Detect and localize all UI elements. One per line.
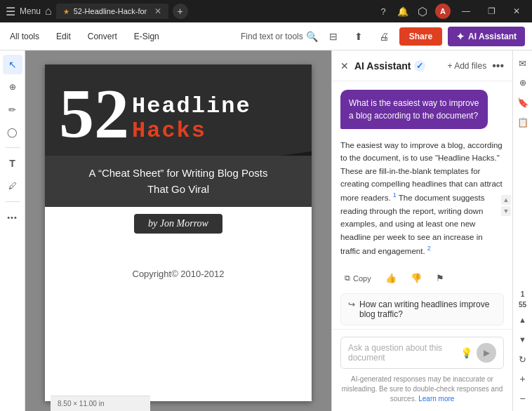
ai-star-icon: ✦: [456, 31, 465, 42]
doc-subtitle-line1: A “Cheat Sheet” for Writing Blog Posts: [59, 166, 298, 182]
tool-sidebar: ↖ ⊕ ✏ ◯ T 🖊 •••: [0, 50, 25, 411]
page-size-label: 8.50 × 11.00 in: [58, 400, 104, 407]
ai-close-button[interactable]: ✕: [340, 60, 349, 72]
right-search-icon[interactable]: ⊕: [514, 74, 531, 91]
ai-disclaimer: AI-generated responses may be inaccurate…: [340, 375, 504, 404]
search-icon: 🔍: [306, 31, 318, 42]
scroll-controls: ▲ ▼: [501, 195, 511, 216]
ai-chat-area: What is the easiest way to improve a blo…: [332, 81, 512, 329]
doc-headline-white: Headline: [132, 94, 251, 119]
search-label: Find text or tools: [241, 32, 303, 41]
ai-verified-icon: ✓: [414, 60, 425, 72]
main-toolbar: All tools Edit Convert E-Sign Find text …: [0, 22, 532, 50]
scroll-up-button[interactable]: ▲: [501, 195, 511, 205]
thumbup-button[interactable]: 👍: [381, 271, 401, 285]
restore-button[interactable]: ❐: [481, 1, 501, 21]
menu-label[interactable]: Menu: [20, 6, 41, 16]
ai-response-bubble: The easiest way to improve a blog, accor…: [340, 137, 504, 259]
copy-button[interactable]: ⧉ Copy: [340, 272, 375, 284]
zoom-out-icon[interactable]: −: [514, 390, 531, 407]
share-button[interactable]: Share: [399, 27, 442, 46]
ai-input-placeholder: Ask a question about this document: [348, 343, 460, 363]
zoom-tool[interactable]: ⊕: [3, 77, 22, 97]
ai-panel-title: AI Assistant ✓: [354, 60, 441, 72]
ai-response-text: The easiest way to improve a blog, accor…: [340, 141, 503, 255]
pen-tool[interactable]: 🖊: [3, 176, 22, 196]
flag-button[interactable]: ⚑: [432, 271, 448, 285]
learn-more-link[interactable]: Learn more: [418, 395, 454, 403]
view-icon-btn[interactable]: ⊟: [324, 27, 343, 46]
document-area: 52 Headline Hacks A “Cheat Sheet” for Wr…: [25, 50, 331, 411]
document-page: 52 Headline Hacks A “Cheat Sheet” for Wr…: [45, 65, 312, 401]
copy-icon: ⧉: [345, 274, 350, 283]
new-tab-button[interactable]: +: [173, 4, 188, 19]
send-button[interactable]: ▶: [477, 343, 496, 363]
refresh-icon[interactable]: ↻: [514, 351, 531, 368]
tab-label: 52-Headline-Hack-for-T...: [74, 7, 147, 15]
doc-subtitle-box: A “Cheat Sheet” for Writing Blog Posts T…: [45, 156, 312, 207]
doc-subtitle-line2: That Go Viral: [59, 182, 298, 198]
add-files-button[interactable]: + Add files: [447, 61, 486, 71]
esign-menu[interactable]: E-Sign: [131, 30, 162, 43]
main-area: ↖ ⊕ ✏ ◯ T 🖊 ••• 52 Headline Hacks: [0, 50, 532, 411]
home-icon[interactable]: ⌂: [45, 5, 52, 18]
ai-panel-header: ✕ AI Assistant ✓ + Add files •••: [332, 50, 512, 81]
hamburger-icon[interactable]: ☰: [6, 5, 15, 18]
right-compose-icon[interactable]: ✉: [514, 55, 531, 72]
right-mini-panel: ✉ ⊕ 🔖 📋 1 55 ▲ ▼ ↻ + −: [512, 50, 532, 411]
chat-actions: ⧉ Copy 👍 👎 ⚑: [340, 271, 504, 285]
select-tool[interactable]: ↖: [3, 55, 22, 74]
all-tools-menu[interactable]: All tools: [7, 30, 42, 43]
ai-input-box[interactable]: Ask a question about this document 💡 ▶: [340, 337, 504, 369]
more-tools[interactable]: •••: [3, 208, 22, 227]
tab-close-icon[interactable]: ✕: [154, 6, 161, 16]
title-bar: ☰ Menu ⌂ ★ 52-Headline-Hack-for-T... ✕ +…: [0, 0, 532, 22]
active-tab[interactable]: ★ 52-Headline-Hack-for-T... ✕: [56, 4, 168, 19]
copy-label: Copy: [353, 274, 371, 283]
tab-star-icon: ★: [63, 8, 69, 15]
scroll-up-right-button[interactable]: ▲: [514, 311, 531, 328]
user-message-bubble: What is the easiest way to improve a blo…: [340, 90, 488, 129]
account-icon[interactable]: A: [435, 4, 451, 19]
page-count-display: 55: [519, 301, 526, 309]
print-icon-btn[interactable]: 🖨: [374, 27, 394, 46]
ai-assistant-button[interactable]: ✦ AI Assistant: [448, 27, 525, 46]
thumbdown-button[interactable]: 👎: [406, 271, 426, 285]
close-button[interactable]: ✕: [507, 1, 526, 21]
right-clipboard-icon[interactable]: 📋: [514, 114, 531, 130]
user-message-text: What is the easiest way to improve a blo…: [349, 98, 479, 121]
doc-copyright: Copyright© 2010-2012: [133, 269, 225, 279]
convert-menu[interactable]: Convert: [85, 30, 120, 43]
text-tool[interactable]: T: [3, 154, 22, 173]
right-bookmark-icon[interactable]: 🔖: [514, 94, 531, 111]
status-bar: 8.50 × 11.00 in: [51, 396, 150, 411]
ai-input-area: Ask a question about this document 💡 ▶ A…: [332, 329, 512, 411]
edit-tool[interactable]: ✏: [3, 100, 22, 119]
lasso-tool[interactable]: ◯: [3, 122, 22, 142]
ai-title-label: AI Assistant: [354, 60, 411, 72]
doc-copyright-area: Copyright© 2010-2012: [45, 241, 312, 293]
ai-more-button[interactable]: •••: [492, 60, 504, 72]
doc-author-box: by Jon Morrow: [134, 214, 222, 234]
scroll-down-right-button[interactable]: ▼: [514, 331, 531, 348]
ai-button-label: AI Assistant: [468, 32, 517, 41]
minimize-button[interactable]: —: [456, 1, 476, 21]
doc-headline-red: Hacks: [132, 119, 206, 143]
upload-icon-btn[interactable]: ⬆: [349, 27, 368, 46]
page-number-display: 1: [521, 290, 525, 298]
bell-icon[interactable]: 🔔: [396, 4, 410, 18]
edit-menu[interactable]: Edit: [53, 30, 74, 43]
chat-suggestion[interactable]: ↪ How can writing headlines improve blog…: [340, 293, 504, 325]
suggestion-arrow-icon: ↪: [348, 299, 355, 309]
search-bar[interactable]: Find text or tools 🔍: [241, 31, 318, 42]
doc-author-row: by Jon Morrow: [45, 214, 312, 234]
suggestion-text: How can writing headlines improve blog t…: [359, 299, 496, 319]
bulb-icon[interactable]: 💡: [460, 347, 472, 358]
zoom-in-icon[interactable]: +: [514, 370, 531, 387]
apps-icon[interactable]: ⬡: [415, 4, 430, 18]
doc-number: 52: [59, 79, 129, 149]
help-icon[interactable]: ?: [376, 4, 390, 18]
doc-author: by Jon Morrow: [148, 218, 208, 229]
scroll-down-button[interactable]: ▼: [501, 206, 511, 216]
ai-assistant-panel: ✕ AI Assistant ✓ + Add files ••• What is…: [331, 50, 512, 411]
